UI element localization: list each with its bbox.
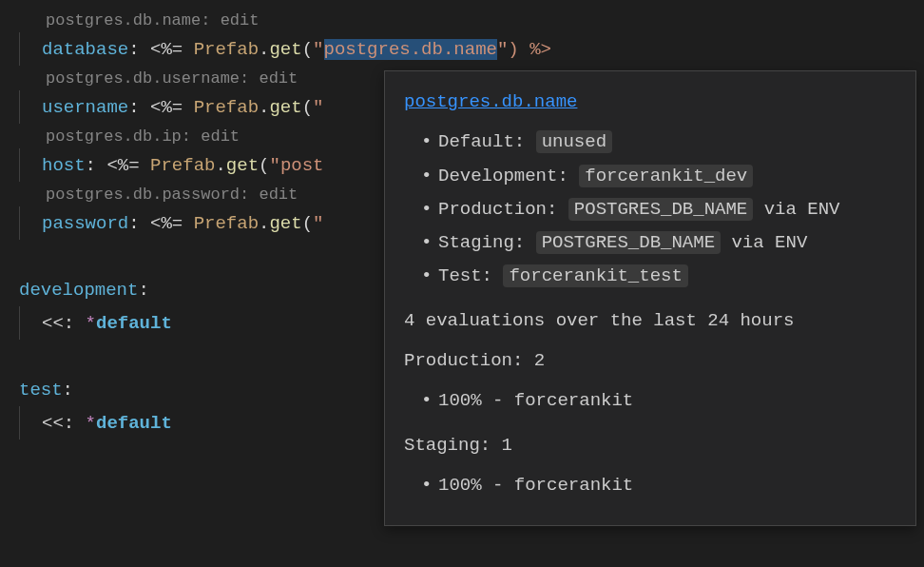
tooltip-title-link[interactable]: postgres.db.name xyxy=(404,87,896,117)
yaml-key: password xyxy=(42,213,128,234)
config-value: forcerankit_dev xyxy=(579,165,753,187)
tooltip-value-item: Staging: POSTGRES_DB_NAME via ENV xyxy=(421,227,896,258)
yaml-section: test xyxy=(19,380,63,401)
tooltip-staging-header: Staging: 1 xyxy=(404,430,896,460)
code-line[interactable]: database: <%= Prefab.get("postgres.db.na… xyxy=(0,32,924,66)
yaml-key: database xyxy=(42,39,128,60)
yaml-key: host xyxy=(42,155,86,176)
highlighted-arg: postgres.db.name xyxy=(324,39,497,60)
yaml-section: development xyxy=(19,280,138,301)
tooltip-stat-item: 100% - forcerankit xyxy=(421,385,896,416)
tooltip-staging-list: 100% - forcerankit xyxy=(404,470,896,500)
tooltip-value-item: Test: forcerankit_test xyxy=(421,261,896,291)
yaml-key: username xyxy=(42,97,128,118)
tooltip-summary: 4 evaluations over the last 24 hours xyxy=(404,305,896,336)
codelens-hint[interactable]: postgres.db.name: edit xyxy=(0,8,924,32)
config-value: POSTGRES_DB_NAME xyxy=(536,231,721,254)
tooltip-stat-item: 100% - forcerankit xyxy=(421,470,896,500)
tooltip-production-list: 100% - forcerankit xyxy=(404,385,896,416)
config-value: forcerankit_test xyxy=(503,264,687,287)
config-value: POSTGRES_DB_NAME xyxy=(568,198,753,221)
tooltip-value-item: Production: POSTGRES_DB_NAME via ENV xyxy=(421,194,896,225)
tooltip-values-list: Default: unused Development: forcerankit… xyxy=(404,127,896,291)
tooltip-value-item: Default: unused xyxy=(421,127,896,157)
tooltip-production-header: Production: 2 xyxy=(404,345,896,376)
tooltip-value-item: Development: forcerankit_dev xyxy=(421,161,896,191)
config-value: unused xyxy=(536,130,612,153)
hover-tooltip: postgres.db.name Default: unused Develop… xyxy=(384,70,916,526)
